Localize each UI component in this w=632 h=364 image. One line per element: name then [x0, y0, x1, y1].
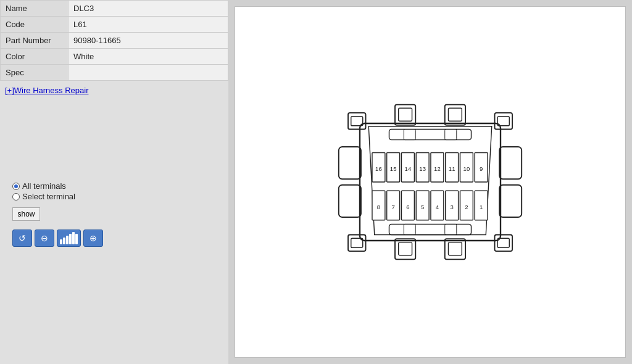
svg-rect-20 — [499, 185, 522, 217]
refresh-button[interactable]: ↺ — [12, 230, 32, 247]
bar-6 — [75, 234, 78, 244]
label-part-number: Part Number — [1, 33, 69, 49]
info-row-name: Name DLC3 — [1, 1, 228, 17]
show-button[interactable]: show — [12, 207, 40, 221]
zoom-out-icon: ⊖ — [41, 233, 48, 243]
bar-3 — [66, 236, 69, 244]
svg-rect-12 — [399, 242, 412, 255]
info-row-color: Color White — [1, 49, 228, 65]
zoom-in-icon: ⊕ — [89, 233, 97, 243]
svg-text:5: 5 — [421, 204, 424, 210]
value-color: White — [69, 49, 228, 65]
svg-text:3: 3 — [451, 204, 454, 210]
svg-rect-56 — [389, 130, 472, 140]
svg-rect-58 — [445, 130, 457, 140]
connector-box: 16 15 14 13 12 11 10 9 8 7 6 — [235, 6, 626, 358]
svg-rect-4 — [399, 108, 412, 121]
bar-5 — [72, 232, 75, 244]
label-spec: Spec — [1, 65, 69, 81]
value-code: L61 — [69, 17, 228, 33]
svg-text:7: 7 — [392, 204, 395, 210]
svg-text:13: 13 — [419, 165, 426, 172]
svg-rect-53 — [389, 224, 472, 234]
toolbar-icons: ↺ ⊖ ⊕ — [12, 230, 216, 247]
svg-text:11: 11 — [449, 165, 455, 172]
value-part-number: 90980-11665 — [69, 33, 228, 49]
svg-rect-17 — [339, 147, 361, 179]
controls-area: All terminals Select terminal show ↺ ⊖ — [0, 175, 228, 253]
radio-select-label: Select terminal — [22, 192, 75, 201]
info-row-spec: Spec — [1, 65, 228, 81]
label-color: Color — [1, 49, 69, 65]
connector-diagram: 16 15 14 13 12 11 10 9 8 7 6 — [313, 65, 547, 299]
radio-group: All terminals Select terminal — [12, 181, 216, 201]
bar-2 — [63, 238, 65, 244]
svg-rect-14 — [448, 242, 462, 255]
value-spec — [69, 65, 228, 81]
info-table: Name DLC3 Code L61 Part Number 90980-116… — [0, 0, 228, 81]
bar-4 — [69, 234, 72, 244]
label-code: Code — [1, 17, 69, 33]
radio-all-label: All terminals — [22, 181, 66, 191]
svg-text:6: 6 — [406, 204, 409, 210]
zoom-slider[interactable] — [57, 230, 81, 247]
zoom-out-button[interactable]: ⊖ — [35, 230, 54, 247]
svg-text:4: 4 — [436, 204, 439, 210]
svg-rect-57 — [404, 130, 415, 140]
label-name: Name — [1, 1, 69, 17]
left-panel: Name DLC3 Code L61 Part Number 90980-116… — [0, 0, 228, 364]
svg-text:2: 2 — [465, 204, 468, 210]
svg-rect-54 — [404, 224, 415, 234]
right-panel: 16 15 14 13 12 11 10 9 8 7 6 — [228, 0, 632, 364]
svg-rect-18 — [339, 185, 361, 217]
svg-text:14: 14 — [405, 165, 412, 172]
svg-text:16: 16 — [375, 165, 382, 172]
bar-1 — [60, 239, 62, 244]
svg-text:8: 8 — [377, 204, 380, 210]
svg-rect-55 — [445, 224, 457, 234]
svg-rect-6 — [448, 108, 462, 121]
svg-text:10: 10 — [464, 165, 470, 172]
refresh-icon: ↺ — [19, 233, 26, 243]
main-layout: Name DLC3 Code L61 Part Number 90980-116… — [0, 0, 632, 364]
value-name: DLC3 — [69, 1, 228, 17]
info-row-code: Code L61 — [1, 17, 228, 33]
wire-harness-repair-link[interactable]: [+]Wire Harness Repair — [5, 86, 223, 95]
svg-rect-11 — [395, 239, 415, 259]
svg-text:12: 12 — [434, 165, 441, 172]
zoom-in-button[interactable]: ⊕ — [83, 230, 103, 247]
svg-rect-13 — [445, 239, 465, 259]
radio-select-circle — [12, 193, 20, 201]
radio-all-circle — [12, 183, 20, 190]
radio-all-terminals[interactable]: All terminals — [12, 181, 216, 191]
svg-rect-19 — [499, 147, 522, 179]
svg-text:9: 9 — [480, 165, 483, 172]
radio-select-terminal[interactable]: Select terminal — [12, 192, 216, 201]
svg-text:15: 15 — [390, 165, 397, 172]
svg-text:1: 1 — [480, 204, 483, 210]
info-row-part-number: Part Number 90980-11665 — [1, 33, 228, 49]
